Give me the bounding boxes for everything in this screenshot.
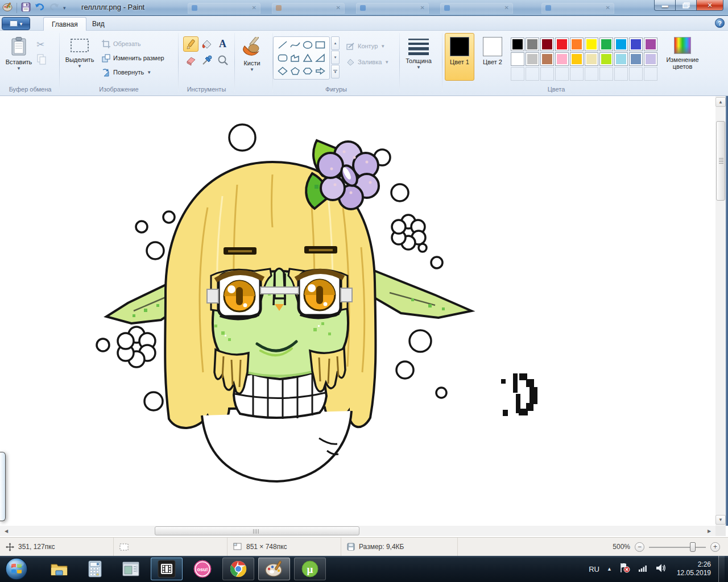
- palette-swatch-empty[interactable]: [629, 67, 643, 81]
- palette-swatch[interactable]: [540, 52, 554, 66]
- tab-home[interactable]: Главная: [43, 17, 86, 31]
- tray-expand-button[interactable]: ▲: [607, 566, 612, 572]
- text-tool[interactable]: A: [215, 36, 230, 52]
- palette-swatch[interactable]: [614, 38, 628, 51]
- horizontal-scrollbar[interactable]: ◀ ▶: [0, 526, 715, 536]
- minimize-button[interactable]: ▬: [654, 0, 676, 11]
- shape-rounded-rectangle[interactable]: [276, 52, 289, 65]
- shape-arrow-right[interactable]: [314, 64, 326, 77]
- taskbar-movie-maker[interactable]: [151, 558, 183, 580]
- rotate-button[interactable]: Повернуть ▼: [100, 66, 167, 78]
- palette-swatch[interactable]: [555, 52, 569, 66]
- taskbar-osu[interactable]: osu!: [187, 558, 218, 580]
- palette-swatch-empty[interactable]: [540, 67, 554, 81]
- palette-swatch-empty[interactable]: [599, 67, 613, 81]
- shapes-more-button[interactable]: ▾: [331, 65, 340, 78]
- shapes-scroll-up-button[interactable]: ▴: [331, 36, 340, 50]
- taskbar-utorrent[interactable]: µ: [294, 558, 326, 580]
- scroll-right-arrow[interactable]: ▶: [704, 526, 714, 536]
- redo-button[interactable]: [49, 2, 59, 14]
- shape-triangle[interactable]: [301, 52, 314, 65]
- cut-button[interactable]: ✂: [36, 39, 47, 51]
- qat-customize-button[interactable]: ▾: [63, 5, 66, 11]
- select-button[interactable]: Выделить ▼: [60, 33, 100, 81]
- palette-swatch[interactable]: [599, 52, 613, 66]
- fill-tool[interactable]: [199, 36, 214, 52]
- shape-outline-button[interactable]: Контур ▼: [344, 40, 391, 52]
- taskbar-system-window[interactable]: [115, 558, 147, 580]
- restore-button[interactable]: [676, 0, 696, 11]
- paint-canvas-artwork[interactable]: [94, 105, 549, 536]
- shape-diamond[interactable]: [276, 64, 289, 77]
- shape-right-triangle[interactable]: [314, 52, 326, 65]
- scroll-left-arrow[interactable]: ◀: [1, 526, 11, 536]
- zoom-slider-thumb[interactable]: [690, 542, 696, 552]
- vertical-scroll-thumb[interactable]: [716, 121, 725, 201]
- taskbar-chrome[interactable]: [222, 558, 254, 580]
- palette-swatch-empty[interactable]: [555, 67, 569, 81]
- clock[interactable]: 2:26 12.05.2019: [677, 560, 711, 577]
- start-button[interactable]: [5, 557, 28, 581]
- edit-colors-button[interactable]: Изменение цветов: [662, 33, 703, 81]
- zoom-slider[interactable]: [649, 542, 706, 552]
- close-button[interactable]: ✕: [696, 0, 723, 11]
- palette-swatch[interactable]: [540, 38, 554, 51]
- show-desktop-button[interactable]: [718, 556, 725, 582]
- brushes-button[interactable]: Кисти ▼: [235, 33, 269, 81]
- zoom-out-button[interactable]: −: [635, 542, 644, 552]
- color2-button[interactable]: Цвет 2: [478, 33, 507, 81]
- palette-swatch-empty[interactable]: [570, 67, 584, 81]
- paste-button[interactable]: Вставить ▼: [1, 33, 36, 81]
- palette-swatch-empty[interactable]: [511, 67, 524, 81]
- resize-button[interactable]: Изменить размер: [100, 52, 167, 64]
- undo-button[interactable]: [35, 2, 45, 14]
- palette-swatch[interactable]: [570, 38, 584, 51]
- shape-hexagon[interactable]: [301, 64, 314, 77]
- paint-menu-button[interactable]: ▾: [2, 17, 30, 30]
- palette-swatch[interactable]: [585, 52, 598, 66]
- shape-rectangle[interactable]: [314, 39, 326, 52]
- shape-line[interactable]: [276, 39, 289, 52]
- palette-swatch[interactable]: [526, 52, 539, 66]
- palette-swatch[interactable]: [570, 52, 584, 66]
- palette-swatch[interactable]: [555, 38, 569, 51]
- palette-swatch[interactable]: [614, 52, 628, 66]
- scroll-down-arrow[interactable]: ▼: [715, 515, 726, 525]
- taskbar-paint[interactable]: [258, 558, 290, 580]
- horizontal-scroll-thumb[interactable]: [155, 526, 359, 535]
- palette-swatch[interactable]: [526, 38, 539, 51]
- palette-swatch[interactable]: [644, 38, 657, 51]
- crop-button[interactable]: Обрезать: [100, 38, 167, 50]
- pencil-tool[interactable]: [183, 36, 198, 52]
- taskbar-explorer[interactable]: [43, 558, 75, 580]
- volume-icon[interactable]: [656, 563, 667, 575]
- shape-ellipse[interactable]: [301, 39, 314, 52]
- color1-button[interactable]: Цвет 1: [445, 33, 474, 81]
- palette-swatch[interactable]: [599, 38, 613, 51]
- taskbar-calculator[interactable]: [79, 558, 111, 580]
- tab-view[interactable]: Вид: [84, 17, 113, 31]
- size-button[interactable]: Толщина ▼: [400, 33, 437, 81]
- help-button[interactable]: ?: [715, 18, 725, 28]
- shape-fill-button[interactable]: Заливка ▼: [344, 56, 391, 68]
- palette-swatch-empty[interactable]: [526, 67, 539, 81]
- action-center-icon[interactable]: [619, 563, 631, 575]
- palette-swatch-empty[interactable]: [644, 67, 657, 81]
- palette-swatch-empty[interactable]: [585, 67, 598, 81]
- zoom-in-button[interactable]: +: [710, 542, 720, 552]
- color-picker-tool[interactable]: [199, 52, 214, 68]
- copy-button[interactable]: [36, 54, 47, 65]
- shape-pentagon[interactable]: [289, 64, 301, 77]
- save-button[interactable]: [21, 2, 31, 14]
- palette-swatch[interactable]: [629, 52, 643, 66]
- language-indicator[interactable]: RU: [589, 565, 599, 573]
- palette-swatch[interactable]: [585, 38, 598, 51]
- network-icon[interactable]: [638, 563, 648, 575]
- magnifier-tool[interactable]: [215, 52, 230, 68]
- palette-swatch[interactable]: [629, 38, 643, 51]
- palette-swatch[interactable]: [644, 52, 657, 66]
- shape-polygon[interactable]: [289, 52, 301, 65]
- shapes-scroll-down-button[interactable]: ▾: [331, 51, 340, 64]
- palette-swatch[interactable]: [511, 38, 524, 51]
- shape-curve[interactable]: [289, 39, 301, 52]
